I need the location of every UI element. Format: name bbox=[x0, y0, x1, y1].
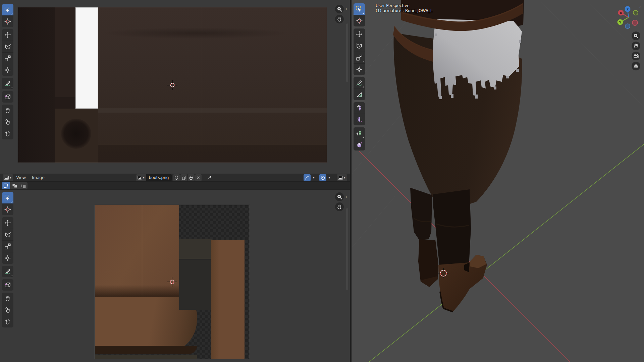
select-mode-subtract[interactable] bbox=[19, 182, 28, 189]
toolbar-uv-bottom bbox=[2, 192, 13, 327]
tool-measure[interactable] bbox=[354, 88, 365, 100]
viewport-active-object-label: (1) armature : Bone_JOWA_L bbox=[376, 8, 433, 13]
tex-dark-block-line bbox=[179, 259, 212, 259]
gizmo-axis-z-neg[interactable] bbox=[625, 24, 630, 28]
viewport-perspective-label: User Perspective bbox=[376, 3, 410, 8]
chevron-down-icon: ▾ bbox=[142, 176, 145, 179]
tool-scale[interactable] bbox=[2, 240, 13, 252]
unpack-image-icon[interactable] bbox=[188, 174, 195, 181]
toolbar-uv-top bbox=[2, 4, 13, 139]
tool-pinch[interactable] bbox=[2, 128, 13, 139]
tool-roll[interactable] bbox=[354, 102, 365, 114]
image-datablock-selector: ▾ boots.png bbox=[136, 174, 214, 181]
tool-cursor-2d[interactable] bbox=[2, 203, 13, 215]
collapse-chevron-icon[interactable]: ‹ bbox=[345, 195, 347, 199]
tool-cursor-2d[interactable] bbox=[2, 15, 13, 27]
tool-rotate[interactable] bbox=[2, 41, 13, 52]
tool-relax[interactable] bbox=[2, 116, 13, 128]
tool-move[interactable] bbox=[2, 29, 13, 41]
fake-user-shield-icon[interactable] bbox=[173, 174, 180, 181]
tool-extrude[interactable] bbox=[354, 127, 365, 139]
image-canvas-bottom[interactable] bbox=[95, 205, 250, 359]
snap-toggle[interactable] bbox=[304, 174, 311, 181]
perspective-toggle-icon[interactable] bbox=[632, 62, 640, 70]
image-name-field[interactable]: boots.png bbox=[146, 174, 172, 181]
tool-group bbox=[2, 266, 13, 277]
zoom-icon[interactable] bbox=[632, 32, 640, 40]
snap-dropdown[interactable]: ▾ bbox=[311, 174, 316, 181]
tool-group bbox=[2, 192, 13, 215]
zoom-icon[interactable] bbox=[335, 5, 344, 13]
tool-relax[interactable] bbox=[2, 304, 13, 316]
axis-y-line bbox=[369, 144, 644, 362]
tool-settings-row bbox=[0, 182, 350, 190]
uv-editor-top: ‹ bbox=[0, 0, 350, 174]
tool-group bbox=[354, 28, 365, 75]
menu-image[interactable]: Image bbox=[29, 175, 48, 180]
tool-cursor-2d[interactable] bbox=[354, 15, 365, 26]
editor-type-button[interactable]: ▾ bbox=[3, 174, 13, 181]
texture-seam-light bbox=[98, 108, 327, 113]
tex-top-band bbox=[179, 205, 250, 238]
tool-rotate[interactable] bbox=[354, 40, 365, 52]
tool-group bbox=[2, 105, 13, 139]
tool-group bbox=[354, 102, 365, 125]
camera-view-icon[interactable] bbox=[632, 52, 640, 60]
tool-extrude-cube[interactable] bbox=[354, 139, 365, 150]
tool-scale[interactable] bbox=[354, 52, 365, 63]
viewport-3d[interactable]: X Z Y User Perspective (1) armature : Bo… bbox=[352, 0, 644, 362]
tool-pinch[interactable] bbox=[2, 316, 13, 327]
display-channels-button[interactable]: ▾ bbox=[337, 174, 347, 181]
cursor-2d-marker[interactable] bbox=[167, 277, 177, 287]
proportional-edit-dropdown[interactable]: ▾ bbox=[327, 174, 332, 181]
unlink-image-icon[interactable] bbox=[195, 174, 202, 181]
tool-rip-region[interactable] bbox=[2, 91, 13, 103]
pan-hand-icon[interactable] bbox=[632, 42, 640, 50]
tool-tweak[interactable] bbox=[2, 4, 13, 15]
tool-annotate[interactable] bbox=[2, 78, 13, 89]
scrollbar-vertical[interactable] bbox=[346, 208, 348, 290]
gizmo-axis-x-neg[interactable] bbox=[632, 20, 638, 25]
tool-move[interactable] bbox=[354, 28, 365, 40]
tool-scale[interactable] bbox=[2, 52, 13, 64]
tool-tweak[interactable] bbox=[2, 192, 13, 203]
viewport-scene: X Z Y bbox=[352, 0, 644, 362]
tool-grab[interactable] bbox=[2, 293, 13, 304]
character-model[interactable] bbox=[393, 0, 524, 312]
tex-panel-shadow bbox=[95, 285, 179, 297]
tex-bottom-band bbox=[95, 355, 197, 359]
tool-bone-envelope[interactable] bbox=[354, 114, 365, 125]
texture-fold-shadow bbox=[102, 27, 290, 39]
texture-notch bbox=[55, 97, 76, 109]
tool-tweak[interactable] bbox=[354, 3, 365, 15]
tool-annotate[interactable] bbox=[354, 77, 365, 88]
tool-rotate[interactable] bbox=[2, 229, 13, 240]
browse-image-button[interactable]: ▾ bbox=[136, 174, 146, 181]
gizmo-axis-y-neg[interactable] bbox=[633, 10, 638, 15]
tool-rip-region[interactable] bbox=[2, 279, 13, 291]
navigation-gizmo[interactable]: X Z Y bbox=[618, 6, 638, 29]
scrollbar-vertical[interactable] bbox=[346, 23, 348, 82]
cursor-2d-marker[interactable] bbox=[167, 80, 177, 90]
tool-annotate[interactable] bbox=[2, 266, 13, 277]
zoom-icon[interactable] bbox=[335, 192, 344, 201]
tool-transform[interactable] bbox=[2, 64, 13, 76]
tool-group bbox=[354, 3, 365, 26]
collapse-chevron-icon[interactable]: ‹ bbox=[345, 7, 347, 11]
collapse-chevron-icon[interactable]: ‹ bbox=[639, 5, 641, 9]
image-canvas-top[interactable] bbox=[18, 7, 327, 163]
proportional-edit-toggle[interactable] bbox=[319, 174, 326, 181]
tool-transform[interactable] bbox=[2, 252, 13, 264]
pin-icon[interactable] bbox=[206, 174, 213, 181]
duplicate-image-icon[interactable] bbox=[180, 174, 187, 181]
pan-hand-icon[interactable] bbox=[335, 202, 344, 211]
tool-move[interactable] bbox=[2, 217, 13, 229]
pan-hand-icon[interactable] bbox=[335, 15, 344, 23]
select-mode-extend[interactable] bbox=[10, 182, 19, 189]
menu-view[interactable]: View bbox=[13, 175, 29, 180]
tool-transform[interactable] bbox=[354, 63, 365, 75]
tool-group bbox=[354, 127, 365, 150]
tex-seam-vertical bbox=[142, 205, 142, 297]
tool-grab[interactable] bbox=[2, 105, 13, 116]
select-mode-new[interactable] bbox=[2, 182, 10, 189]
